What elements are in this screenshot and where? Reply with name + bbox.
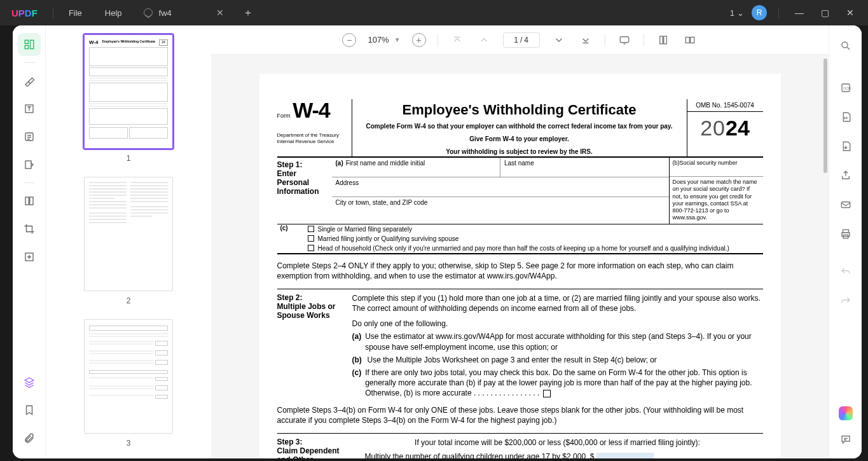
- separator: [24, 182, 35, 183]
- print-button[interactable]: [836, 224, 856, 244]
- text-tool[interactable]: [18, 97, 41, 120]
- app-logo: UPDF: [0, 8, 49, 18]
- form-sub1: Complete Form W-4 so that your employer …: [357, 122, 682, 131]
- zoom-display[interactable]: 107%▼: [368, 35, 400, 45]
- right-tool-rail: OCR: [829, 25, 862, 458]
- step2-do: Do only one of the following.: [352, 319, 763, 329]
- share-button[interactable]: [836, 165, 856, 186]
- document-tab[interactable]: fw4 ✕: [134, 0, 233, 25]
- tab-title: fw4: [159, 8, 172, 18]
- form-tool[interactable]: [18, 125, 41, 148]
- titlebar-right: 1⌄ R — ▢ ✕: [730, 4, 868, 22]
- thumbnail-panel: W-4Employee's Withholding Certificate24 …: [46, 25, 211, 458]
- prev-page-button[interactable]: [476, 32, 492, 48]
- zoom-out-button[interactable]: −: [342, 33, 356, 47]
- dept-line1: Department of the Treasury: [277, 132, 352, 139]
- filing-single: Single or Married filing separately: [318, 226, 412, 233]
- export-button[interactable]: [836, 136, 856, 156]
- svg-rect-17: [841, 202, 850, 208]
- layers-tool[interactable]: [18, 371, 41, 394]
- checkbox-hoh[interactable]: [308, 245, 314, 251]
- step1-title: Step 1:: [277, 160, 303, 169]
- edit-tool[interactable]: [18, 153, 41, 176]
- tab-close-button[interactable]: ✕: [216, 8, 224, 18]
- svg-point-14: [842, 42, 848, 48]
- form-label: Form: [277, 113, 291, 119]
- menu-file[interactable]: File: [57, 8, 93, 18]
- menu-help[interactable]: Help: [93, 8, 134, 18]
- bookmark-tool[interactable]: [18, 399, 41, 422]
- chevron-down-icon: ⌄: [737, 8, 744, 18]
- doc-count[interactable]: 1⌄: [730, 8, 744, 18]
- form-title: Employee's Withholding Certificate: [357, 102, 682, 118]
- instructions-p2: Complete Steps 3–4(b) on Form W-4 for on…: [277, 405, 763, 425]
- thumb-label-1: 1: [66, 154, 191, 163]
- checkbox-two-jobs[interactable]: [543, 390, 551, 397]
- dropdown-icon: ▼: [394, 36, 401, 43]
- undo-button[interactable]: [836, 262, 856, 282]
- step3-intro: If your total income will be $200,000 or…: [352, 437, 763, 448]
- address-label: Address: [332, 177, 669, 196]
- step2-sub: Multiple Jobs or Spouse Works: [277, 302, 347, 320]
- svg-rect-7: [29, 197, 32, 205]
- tab-file-icon: [144, 8, 153, 17]
- page-layout-button[interactable]: [656, 32, 671, 48]
- separator: [24, 62, 35, 63]
- checkbox-married[interactable]: [308, 235, 314, 242]
- svg-rect-6: [25, 197, 29, 205]
- redo-button[interactable]: [836, 291, 856, 312]
- divider: [778, 7, 779, 18]
- scrollbar-thumb[interactable]: [823, 58, 827, 173]
- first-page-button[interactable]: [450, 32, 465, 48]
- comment-button[interactable]: [836, 429, 856, 450]
- page-toolbar: − 107%▼ + 1/4: [211, 25, 829, 55]
- svg-rect-11: [663, 36, 666, 44]
- svg-rect-5: [25, 161, 31, 169]
- crop-tool[interactable]: [18, 217, 41, 240]
- presentation-button[interactable]: [617, 32, 632, 48]
- checkbox-single[interactable]: [308, 226, 314, 232]
- thumb-label-2: 2: [66, 296, 191, 305]
- compress-tool[interactable]: [18, 245, 41, 268]
- scrollbar[interactable]: [822, 58, 829, 455]
- page-input[interactable]: 1/4: [503, 32, 540, 48]
- separator: [605, 34, 605, 46]
- window-maximize[interactable]: ▢: [816, 4, 834, 22]
- page-thumbnail-3[interactable]: [84, 319, 173, 434]
- svg-rect-10: [659, 36, 663, 44]
- step3-sub: Claim Dependent and Other: [277, 446, 347, 458]
- svg-rect-0: [25, 40, 28, 43]
- new-tab-button[interactable]: ＋: [233, 6, 263, 20]
- window-close[interactable]: ✕: [841, 4, 859, 22]
- next-page-button[interactable]: [551, 32, 567, 48]
- last-page-button[interactable]: [578, 32, 593, 48]
- convert-button[interactable]: [836, 107, 856, 127]
- svg-rect-13: [690, 37, 694, 43]
- highlighter-tool[interactable]: [18, 69, 41, 92]
- page-viewport[interactable]: Form W-4 Department of the Treasury Inte…: [211, 55, 829, 458]
- step2-opt-b: Use the Multiple Jobs Worksheet on page …: [368, 355, 657, 365]
- form-number: W-4: [293, 98, 330, 122]
- thumbnails-tool[interactable]: [18, 33, 41, 56]
- omb-number: OMB No. 1545-0074: [687, 99, 763, 112]
- user-avatar[interactable]: R: [752, 5, 767, 20]
- page-thumbnail-2[interactable]: [84, 177, 173, 291]
- workspace: W-4Employee's Withholding Certificate24 …: [13, 25, 862, 458]
- ocr-button[interactable]: OCR: [836, 78, 856, 98]
- step3-line1: Multiply the number of qualifying childr…: [365, 452, 586, 458]
- email-button[interactable]: [836, 195, 856, 215]
- zoom-in-button[interactable]: +: [412, 33, 426, 47]
- amount-children[interactable]: [596, 453, 654, 458]
- page-thumbnail-1[interactable]: W-4Employee's Withholding Certificate24: [84, 34, 173, 149]
- search-button[interactable]: [836, 36, 856, 56]
- compare-button[interactable]: [682, 32, 698, 48]
- titlebar: UPDF File Help fw4 ✕ ＋ 1⌄ R — ▢ ✕: [0, 0, 868, 25]
- separator: [644, 34, 644, 46]
- organize-tool[interactable]: [18, 189, 41, 212]
- separator: [437, 34, 438, 46]
- attachment-tool[interactable]: [18, 427, 41, 450]
- instructions-p1: Complete Steps 2–4 ONLY if they apply to…: [277, 261, 763, 281]
- ai-assistant-button[interactable]: [839, 406, 853, 420]
- ssn-note: Does your name match the name on your so…: [670, 177, 763, 224]
- window-minimize[interactable]: —: [790, 4, 808, 22]
